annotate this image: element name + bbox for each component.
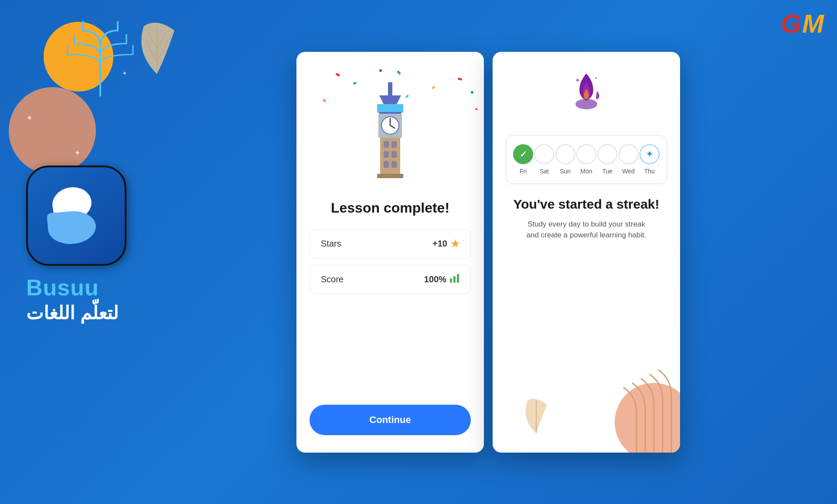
day-label-sun: Sun	[560, 168, 571, 175]
deco-circle-phone-right	[615, 383, 680, 453]
score-stat-card: Score 100%	[310, 265, 471, 294]
day-mon: Mon	[576, 144, 596, 175]
confetti-1	[335, 72, 340, 76]
phone-right-decoration	[493, 344, 680, 453]
svg-rect-14	[391, 161, 397, 168]
day-circle-mon	[576, 144, 596, 164]
svg-point-22	[575, 99, 597, 109]
stars-label: Stars	[321, 239, 341, 249]
gm-logo: G M	[781, 9, 824, 39]
day-label-sat: Sat	[540, 168, 549, 175]
screens-container: Lesson complete! Stars +10 ★ Score 100%	[161, 7, 815, 497]
deco-star-2: ✦	[74, 148, 81, 158]
confetti-8	[323, 98, 326, 102]
checkmark-fri: ✓	[520, 149, 527, 159]
star-icon: ★	[451, 238, 459, 250]
day-label-thu: Thu	[644, 168, 655, 175]
day-wed: Wed	[619, 144, 639, 175]
confetti-4	[432, 86, 436, 89]
stars-stat-card: Stars +10 ★	[310, 229, 471, 259]
busuu-b-bottom	[47, 209, 97, 246]
svg-rect-9	[384, 141, 389, 148]
continue-button[interactable]: Continue	[310, 405, 471, 435]
svg-point-24	[595, 77, 597, 79]
streak-screen: ✓ Fri Sat Sun Mon Tue	[493, 52, 680, 453]
svg-rect-2	[377, 104, 403, 113]
lesson-complete-title: Lesson complete!	[331, 200, 449, 216]
deco-lines	[61, 13, 140, 100]
confetti-6	[471, 91, 473, 94]
chart-bar-icon	[450, 274, 459, 285]
day-circle-thu: ✦	[640, 144, 660, 164]
confetti-7	[379, 69, 382, 72]
day-label-tue: Tue	[602, 168, 612, 175]
busuu-arabic-text: لتعلّم اللغات	[26, 302, 119, 324]
gm-g-letter: G	[781, 9, 801, 39]
svg-rect-10	[391, 141, 397, 148]
svg-rect-21	[457, 274, 459, 283]
lesson-complete-screen: Lesson complete! Stars +10 ★ Score 100%	[296, 52, 484, 453]
svg-rect-20	[453, 276, 456, 283]
deco-star-1: ✦	[26, 113, 33, 123]
busuu-logo-section: Busuu لتعلّم اللغات	[26, 166, 126, 324]
day-sun: Sun	[555, 144, 575, 175]
big-ben-illustration	[362, 82, 418, 178]
day-label-mon: Mon	[580, 168, 592, 175]
streak-title: You've started a streak!	[513, 197, 659, 212]
day-tue: Tue	[597, 144, 617, 175]
day-circle-fri: ✓	[513, 144, 533, 164]
day-label-fri: Fri	[520, 168, 527, 175]
confetti-10	[475, 108, 478, 110]
busuu-name: Busuu	[26, 274, 119, 301]
day-circle-sun	[555, 144, 575, 164]
svg-marker-1	[379, 95, 401, 104]
flame-icon	[565, 69, 608, 126]
svg-rect-11	[384, 151, 389, 158]
day-label-wed: Wed	[622, 168, 635, 175]
deco-star-3: ✦	[122, 70, 127, 77]
gm-m-letter: M	[802, 9, 824, 39]
busuu-brand-text: Busuu لتعلّم اللغات	[26, 274, 119, 324]
stars-value: +10 ★	[432, 238, 459, 250]
score-label: Score	[321, 274, 344, 284]
confetti-3	[397, 70, 401, 75]
day-circle-sat	[534, 144, 554, 164]
busuu-b-shape	[48, 185, 105, 246]
svg-point-23	[576, 79, 579, 81]
stars-number: +10	[432, 239, 447, 249]
svg-rect-12	[391, 151, 397, 158]
svg-rect-13	[384, 161, 389, 168]
day-sat: Sat	[534, 144, 554, 175]
day-fri: ✓ Fri	[513, 144, 533, 175]
svg-rect-19	[450, 278, 452, 283]
confetti-2	[353, 81, 357, 84]
score-number: 100%	[424, 274, 446, 284]
sparkle-icon-thu: ✦	[646, 149, 653, 160]
day-circle-wed	[619, 144, 639, 164]
streak-subtitle: Study every day to build your streak and…	[521, 219, 652, 241]
week-days-strip: ✓ Fri Sat Sun Mon Tue	[506, 135, 667, 184]
day-circle-tue	[597, 144, 617, 164]
confetti-5	[458, 77, 463, 80]
busuu-app-icon	[26, 166, 126, 266]
score-value: 100%	[424, 274, 459, 285]
svg-rect-0	[388, 82, 392, 95]
day-thu: ✦ Thu	[640, 144, 660, 175]
celebration-area	[310, 65, 471, 196]
